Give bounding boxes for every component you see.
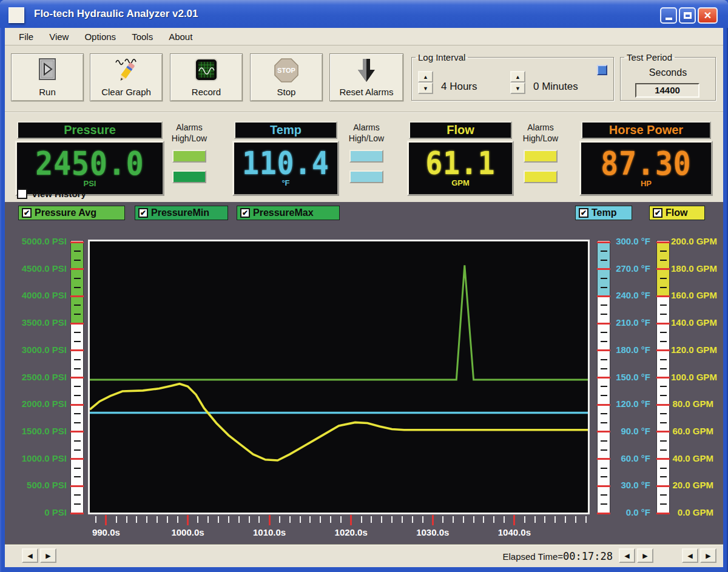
minor-tick <box>660 359 667 360</box>
time-minor-tick <box>585 516 587 523</box>
minor-tick <box>74 395 81 396</box>
time-minor-tick <box>218 516 219 523</box>
temp-tick-label: 120.0 °F <box>612 398 650 410</box>
bottom-bar <box>5 544 723 567</box>
zoom-right-button[interactable]: ▶ <box>700 548 716 563</box>
legend-checkbox-flow[interactable]: ✔ <box>653 208 662 218</box>
time-minor-tick <box>361 516 362 523</box>
pan-left-button[interactable]: ◀ <box>619 548 635 563</box>
time-tick-label: 1020.0s <box>315 527 388 537</box>
major-tick <box>597 377 610 379</box>
major-tick <box>70 458 84 460</box>
time-minor-tick <box>249 516 250 523</box>
gpm-tick-label: 100.0 GPM <box>671 371 713 383</box>
temp-tick-label: 300.0 °F <box>612 235 650 247</box>
temp-tick-label: 150.0 °F <box>612 371 650 383</box>
legend-chip-temp[interactable]: ✔ Temp <box>575 206 632 220</box>
major-tick <box>70 268 84 270</box>
time-major-tick <box>350 515 352 525</box>
legend-chip-flow[interactable]: ✔ Flow <box>649 206 705 220</box>
major-tick <box>597 513 610 514</box>
psi-tick-label: 4000.0 PSI <box>12 289 67 301</box>
minor-tick <box>660 287 667 288</box>
gpm-tick-label: 140.0 GPM <box>671 317 713 329</box>
time-minor-tick <box>422 516 423 523</box>
major-tick <box>70 431 84 432</box>
psi-tick-label: 2000.0 PSI <box>12 398 67 410</box>
minor-tick <box>601 359 607 360</box>
legend-checkbox-pressure-avg[interactable]: ✔ <box>22 208 32 218</box>
psi-tick-label: 5000.0 PSI <box>12 235 67 247</box>
pan-right-button[interactable]: ▶ <box>637 548 653 563</box>
major-tick <box>70 241 84 243</box>
time-minor-tick <box>544 516 545 523</box>
minor-tick <box>74 287 81 288</box>
minor-tick <box>601 468 607 469</box>
major-tick <box>656 323 670 325</box>
minor-tick <box>601 368 607 369</box>
legend-chip-pressuremin[interactable]: ✔ PressureMin <box>135 206 228 220</box>
time-minor-tick <box>116 516 117 523</box>
major-tick <box>597 268 610 270</box>
scroll-left-button[interactable]: ◀ <box>22 548 38 563</box>
major-tick <box>656 377 670 379</box>
minor-tick <box>601 278 607 279</box>
time-minor-tick <box>381 516 382 523</box>
major-tick <box>70 295 84 297</box>
legend-checkbox-temp[interactable]: ✔ <box>579 208 588 218</box>
minor-tick <box>601 341 607 342</box>
major-tick <box>597 431 610 432</box>
zoom-left-button[interactable]: ◀ <box>682 548 698 563</box>
scroll-right-button[interactable]: ▶ <box>40 548 56 563</box>
legend-label-temp: Temp <box>592 207 616 218</box>
time-minor-tick <box>136 516 137 523</box>
major-tick <box>70 377 84 379</box>
legend-label-pressuremax: PressureMax <box>253 207 314 218</box>
time-minor-tick <box>340 516 342 523</box>
psi-tick-label: 1000.0 PSI <box>12 453 67 465</box>
elapsed-time: Elapsed Time=00:17:28 <box>419 550 613 562</box>
gpm-thermometer <box>656 240 670 514</box>
minor-tick <box>660 368 667 369</box>
minor-tick <box>601 386 607 387</box>
minor-tick <box>601 260 607 261</box>
major-tick <box>597 485 610 487</box>
major-tick <box>656 295 670 297</box>
temp-tick-label: 210.0 °F <box>612 317 650 329</box>
time-minor-tick <box>309 516 311 523</box>
gpm-tick-label: 40.0 GPM <box>671 453 713 465</box>
minor-tick <box>601 395 607 396</box>
legend-label-pressuremin: PressureMin <box>151 207 209 218</box>
major-tick <box>70 323 84 325</box>
major-tick <box>656 513 670 514</box>
minor-tick <box>601 476 607 477</box>
time-minor-tick <box>228 516 229 523</box>
time-minor-tick <box>575 516 576 523</box>
psi-tick-label: 4500.0 PSI <box>12 263 67 275</box>
legend-checkbox-pressuremin[interactable]: ✔ <box>138 208 148 218</box>
major-tick <box>70 513 84 514</box>
minor-tick <box>74 476 81 477</box>
major-tick <box>70 349 84 351</box>
minor-tick <box>601 314 607 315</box>
temp-tick-label: 30.0 °F <box>612 479 650 491</box>
time-minor-tick <box>483 516 484 523</box>
temp-thermometer <box>597 240 610 514</box>
psi-tick-label: 0 PSI <box>12 506 67 519</box>
gpm-tick-label: 0.0 GPM <box>671 506 713 519</box>
psi-bar-fill <box>71 241 83 323</box>
minor-tick <box>660 503 667 505</box>
legend-checkbox-pressuremax[interactable]: ✔ <box>240 208 250 218</box>
gpm-tick-label: 60.0 GPM <box>671 425 713 437</box>
legend-chip-pressuremax[interactable]: ✔ PressureMax <box>237 206 340 220</box>
legend-label-flow: Flow <box>666 207 687 218</box>
temp-tick-label: 60.0 °F <box>612 453 650 465</box>
time-major-tick <box>513 515 515 525</box>
legend-chip-pressure-avg[interactable]: ✔ Pressure Avg <box>18 206 125 220</box>
psi-tick-label: 1500.0 PSI <box>12 425 67 437</box>
time-minor-tick <box>146 516 147 523</box>
minor-tick <box>74 341 81 342</box>
minor-tick <box>74 494 81 496</box>
minor-tick <box>74 359 81 360</box>
time-minor-tick <box>238 516 240 523</box>
